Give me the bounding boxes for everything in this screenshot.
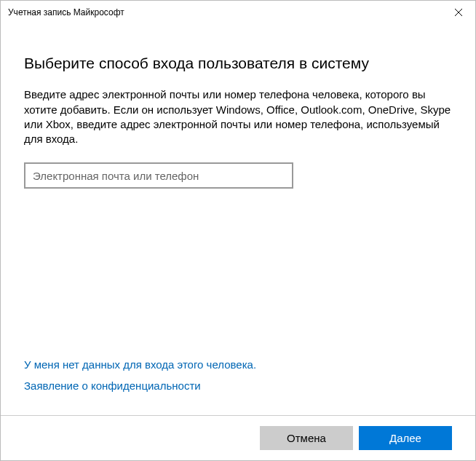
links-area: У меня нет данных для входа этого челове…: [24, 358, 452, 401]
cancel-button[interactable]: Отмена: [260, 426, 353, 450]
description-text: Введите адрес электронной почты или номе…: [24, 87, 452, 146]
close-button[interactable]: [442, 1, 475, 24]
close-icon: [455, 9, 462, 16]
next-button[interactable]: Далее: [359, 426, 452, 450]
titlebar: Учетная запись Майкрософт: [1, 1, 475, 24]
privacy-link[interactable]: Заявление о конфиденциальности: [24, 379, 452, 392]
email-phone-input[interactable]: [24, 162, 293, 189]
spacer: [24, 189, 452, 358]
no-credentials-link[interactable]: У меня нет данных для входа этого челове…: [24, 358, 452, 371]
footer: Отмена Далее: [1, 415, 475, 460]
window-title: Учетная запись Майкрософт: [8, 7, 124, 17]
content-area: Выберите способ входа пользователя в сис…: [1, 24, 475, 415]
page-heading: Выберите способ входа пользователя в сис…: [24, 53, 452, 73]
dialog-window: Учетная запись Майкрософт Выберите спосо…: [0, 0, 476, 461]
